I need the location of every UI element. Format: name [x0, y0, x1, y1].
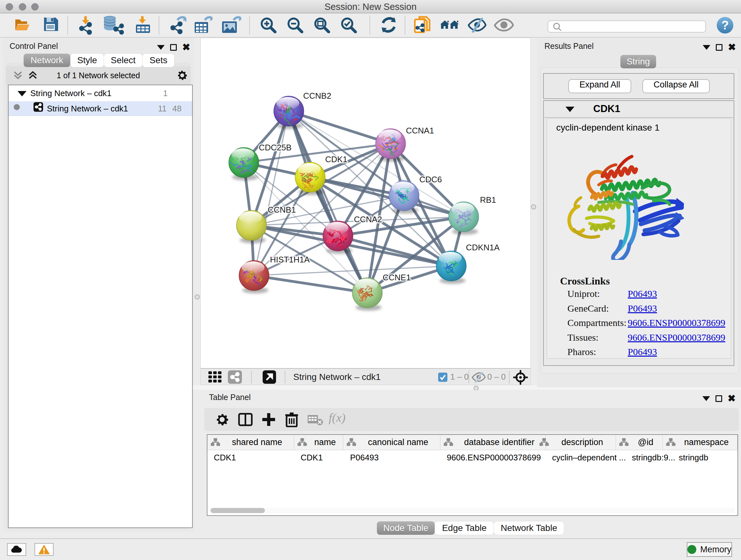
svg-text:CDK1: CDK1: [325, 154, 347, 164]
svg-text:CDC25B: CDC25B: [259, 143, 292, 152]
svg-text:CCNB2: CCNB2: [303, 91, 331, 101]
svg-text:CDC6: CDC6: [419, 175, 442, 184]
svg-text:HIST1H1A: HIST1H1A: [270, 255, 310, 264]
svg-text:RB1: RB1: [480, 195, 496, 205]
svg-text:CCNE1: CCNE1: [383, 273, 411, 282]
svg-text:CCNA2: CCNA2: [354, 214, 382, 224]
svg-text:CCNB1: CCNB1: [268, 205, 296, 214]
svg-text:CCNA1: CCNA1: [406, 126, 434, 135]
svg-text:CDKN1A: CDKN1A: [466, 243, 500, 252]
